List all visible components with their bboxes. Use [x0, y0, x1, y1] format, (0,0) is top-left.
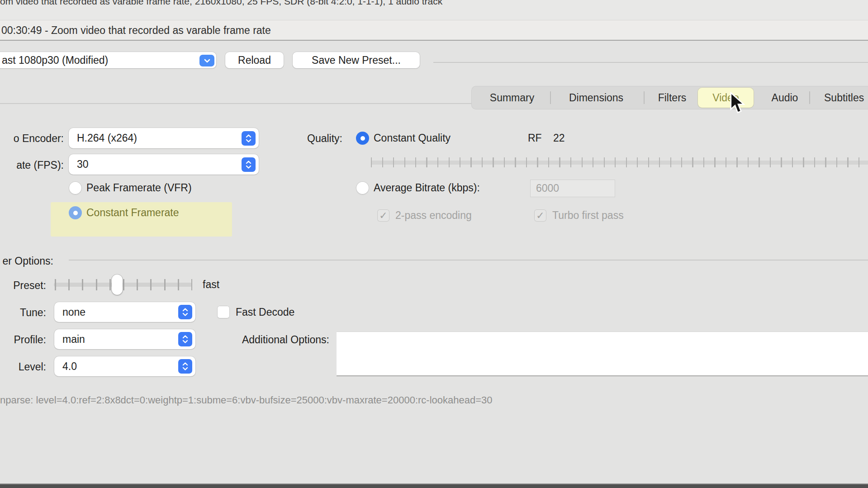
- constant-framerate-label[interactable]: Constant Framerate: [86, 206, 179, 219]
- profile-label: Profile:: [0, 334, 46, 346]
- x264-preset-value: fast: [203, 278, 219, 291]
- encoder-dropdown[interactable]: H.264 (x264): [69, 128, 259, 148]
- avg-bitrate-radio[interactable]: [356, 181, 369, 194]
- constant-quality-radio[interactable]: [356, 132, 369, 145]
- fast-decode-label[interactable]: Fast Decode: [236, 306, 294, 318]
- mouse-cursor-icon: [730, 92, 748, 114]
- radio-dot-icon: [73, 211, 78, 215]
- x264-preset-slider-thumb[interactable]: [112, 275, 123, 295]
- stepper-arrows-icon[interactable]: [242, 131, 256, 146]
- toolbar-divider: [433, 62, 868, 63]
- preset-dropdown-value: ast 1080p30 (Modified): [2, 54, 108, 66]
- tab-divider: [550, 91, 551, 104]
- framerate-dropdown[interactable]: 30: [69, 154, 259, 175]
- chevron-down-icon: [204, 59, 210, 63]
- tab-subtitles[interactable]: Subtitles: [824, 86, 868, 109]
- tab-filters[interactable]: Filters: [640, 86, 704, 109]
- media-info-text: om video that recorded as varable frame …: [0, 0, 868, 8]
- handbrake-window: om video that recorded as varable frame …: [0, 0, 868, 488]
- rf-value: 22: [553, 132, 565, 145]
- fast-decode-checkbox[interactable]: [217, 306, 230, 318]
- tab-audio[interactable]: Audio: [758, 86, 812, 109]
- tab-dimensions-label: Dimensions: [569, 92, 623, 104]
- preset-chevron-button[interactable]: [199, 55, 214, 66]
- stepper-arrows-icon[interactable]: [178, 305, 192, 319]
- tab-audio-label: Audio: [772, 92, 798, 104]
- job-title-text: 00:30:49 - Zoom video that recorded as v…: [1, 24, 271, 37]
- level-label: Level:: [0, 361, 46, 373]
- profile-dropdown-value: main: [62, 333, 85, 346]
- x264-unparse-text: nparse: level=4.0:ref=2:8x8dct=0:weightp…: [0, 394, 493, 406]
- quality-label: Quality:: [271, 133, 342, 145]
- tab-divider: [809, 91, 810, 104]
- tune-dropdown[interactable]: none: [54, 302, 195, 322]
- two-pass-checkbox[interactable]: ✓: [377, 209, 389, 222]
- additional-options-label: Additional Options:: [213, 334, 329, 346]
- job-title-bar: 00:30:49 - Zoom video that recorded as v…: [0, 20, 868, 41]
- constant-quality-label[interactable]: Constant Quality: [374, 132, 451, 145]
- preset-dropdown[interactable]: ast 1080p30 (Modified): [0, 52, 216, 68]
- tab-dimensions[interactable]: Dimensions: [555, 86, 637, 109]
- tune-dropdown-value: none: [62, 306, 85, 318]
- profile-dropdown[interactable]: main: [54, 329, 195, 349]
- stepper-arrows-icon[interactable]: [178, 359, 192, 374]
- check-icon: ✓: [536, 210, 544, 222]
- stepper-arrows-icon[interactable]: [242, 157, 256, 172]
- tab-summary-label: Summary: [490, 92, 534, 104]
- media-info-bar: om video that recorded as varable frame …: [0, 0, 868, 20]
- save-new-preset-button[interactable]: Save New Preset...: [293, 52, 420, 68]
- tab-filters-label: Filters: [658, 92, 687, 104]
- tab-summary[interactable]: Summary: [476, 86, 548, 109]
- reload-button[interactable]: Reload: [225, 52, 284, 68]
- peak-framerate-radio[interactable]: [69, 181, 82, 194]
- tab-subtitles-label: Subtitles: [824, 92, 864, 104]
- check-icon: ✓: [379, 210, 387, 222]
- two-pass-label[interactable]: 2-pass encoding: [395, 209, 472, 222]
- framerate-label: ate (FPS):: [0, 159, 64, 171]
- quality-slider-ticks[interactable]: [371, 157, 868, 167]
- peak-framerate-label[interactable]: Peak Framerate (VFR): [86, 181, 192, 194]
- encoder-options-divider: [69, 260, 868, 261]
- save-new-preset-label: Save New Preset...: [312, 54, 401, 66]
- reload-button-label: Reload: [238, 54, 271, 66]
- x264-preset-slider-ticks[interactable]: [55, 279, 192, 290]
- level-dropdown[interactable]: 4.0: [54, 356, 195, 376]
- tabbar-baseline: [0, 103, 473, 104]
- turbo-first-pass-checkbox[interactable]: ✓: [534, 209, 546, 222]
- encoder-options-label: er Options:: [0, 255, 53, 267]
- encoder-dropdown-value: H.264 (x264): [77, 132, 137, 144]
- x264-preset-label: Preset:: [0, 280, 46, 292]
- level-dropdown-value: 4.0: [62, 360, 77, 373]
- framerate-dropdown-value: 30: [77, 158, 89, 171]
- bottom-panel-edge: [0, 483, 868, 488]
- rf-label: RF: [528, 132, 542, 145]
- avg-bitrate-label[interactable]: Average Bitrate (kbps):: [374, 181, 480, 194]
- constant-framerate-radio[interactable]: [69, 206, 82, 219]
- stepper-arrows-icon[interactable]: [178, 332, 192, 346]
- avg-bitrate-field[interactable]: 6000: [530, 180, 615, 197]
- radio-dot-icon: [360, 136, 365, 141]
- tune-label: Tune:: [0, 307, 46, 319]
- turbo-first-pass-label[interactable]: Turbo first pass: [552, 209, 624, 222]
- additional-options-textarea[interactable]: [337, 332, 868, 376]
- encoder-label: o Encoder:: [0, 133, 64, 145]
